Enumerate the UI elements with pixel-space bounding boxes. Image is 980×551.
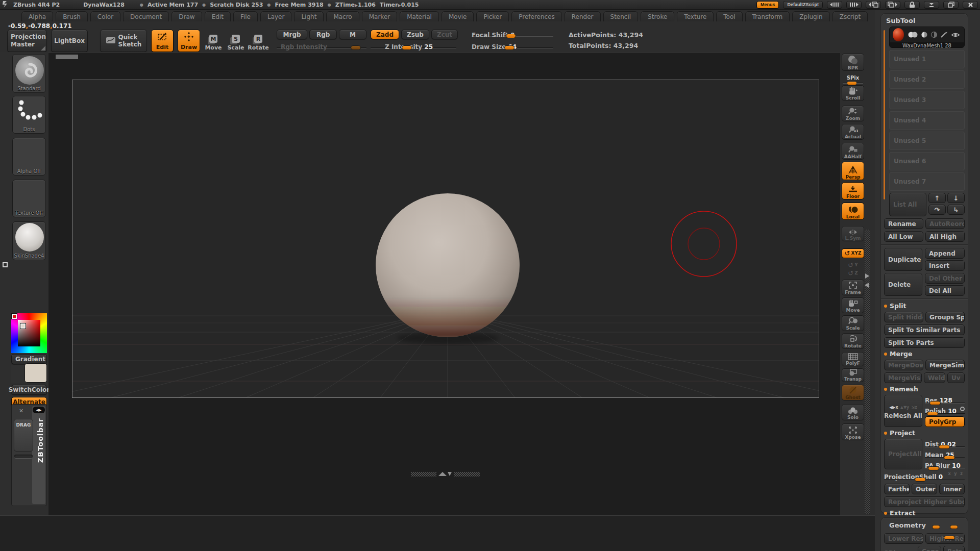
menu-item-macro[interactable]: Macro [326, 11, 359, 21]
res-handle[interactable] [929, 401, 941, 405]
default-zscript-button[interactable]: DefaultZScript [783, 1, 823, 9]
minimize-icon[interactable] [924, 1, 939, 9]
menu-item-file[interactable]: File [233, 11, 258, 21]
res-slider[interactable]: Res 128 [925, 395, 965, 404]
right-shelf-local-button[interactable]: Local [842, 203, 864, 220]
merge-section-header[interactable]: Merge [884, 350, 965, 358]
menu-item-picker[interactable]: Picker [476, 11, 509, 21]
canvas-mini-slider[interactable] [56, 55, 78, 59]
rgb-intensity-slider[interactable]: Rgb Intensity [277, 41, 366, 51]
focal-shift-slider[interactable]: Focal Shift 0 [472, 30, 553, 39]
alpha-selector[interactable]: Alpha Off [12, 138, 46, 176]
current-color-chip[interactable] [3, 262, 8, 267]
right-shelf-ghost-button[interactable]: Ghost [842, 385, 864, 400]
right-shelf-rotate-button[interactable]: Rotate [842, 333, 864, 349]
right-shelf-transp-button[interactable]: Transp [842, 368, 864, 382]
right-shelf-solo-button[interactable]: Solo [842, 404, 864, 420]
menu-item-marker[interactable]: Marker [362, 11, 397, 21]
autoreorder-button[interactable]: AutoReorder [925, 218, 965, 229]
polish-slider[interactable]: Polish 10 [925, 406, 965, 415]
zcut-button[interactable]: Zcut [431, 30, 458, 39]
subtool-empty-slot[interactable]: Unused 1 [889, 50, 965, 68]
edit-button[interactable]: Edit [151, 30, 174, 52]
visibility-eye-icon[interactable] [951, 32, 960, 38]
move-button[interactable]: M Move [204, 30, 223, 52]
sdiv-slider[interactable]: SDiv [884, 547, 916, 551]
dist-handle[interactable] [939, 445, 950, 449]
subtool-empty-slot[interactable]: Unused 3 [889, 91, 965, 109]
menu-item-tool[interactable]: Tool [716, 11, 742, 21]
menu-item-alpha[interactable]: Alpha [21, 11, 53, 21]
z-intensity-slider[interactable]: Z Intensity 25 [371, 41, 456, 51]
subtool-down-button[interactable]: ↓ [947, 193, 965, 203]
zbtoolbar-collapse-icon[interactable]: ◀▶ [33, 407, 45, 413]
thick-handle[interactable] [944, 536, 955, 540]
zsub-button[interactable]: Zsub [401, 30, 429, 39]
spix-slider[interactable] [843, 82, 863, 83]
merge-down-button[interactable]: MergeDown [884, 360, 923, 370]
projection-shell-handle[interactable] [915, 478, 926, 482]
menu-item-material[interactable]: Material [400, 11, 439, 21]
hue-marker[interactable] [12, 314, 17, 319]
lower-res-button[interactable]: Lower Res [884, 533, 923, 544]
scale-button[interactable]: S Scale [227, 30, 245, 52]
subtool-header[interactable]: SubTool [884, 16, 965, 27]
e-smt-handle[interactable] [932, 525, 940, 529]
rotate-button[interactable]: R Rotate [249, 30, 267, 52]
quick-sketch-button[interactable]: QuickSketch [100, 30, 147, 52]
switch-color-button[interactable]: SwitchColor [11, 385, 47, 395]
material-selector[interactable]: SkinShade4 [12, 221, 46, 260]
groups-split-button[interactable]: Groups Split [925, 312, 965, 322]
canvas-viewport[interactable] [48, 52, 840, 515]
pa-blur-slider[interactable]: PA Blur 10 [925, 460, 965, 469]
zbtoolbar-drag-handle[interactable]: DRAG [14, 419, 33, 452]
right-shelf-y-button[interactable]: ↺Y [842, 261, 864, 269]
sv-marker[interactable] [20, 323, 26, 329]
insert-button[interactable]: Insert [925, 260, 965, 271]
subtool-moveup-curve-button[interactable]: ↷ [928, 205, 946, 215]
zbtoolbar-close-icon[interactable]: ✕ [19, 408, 23, 414]
subtool-up-button[interactable]: ↑ [928, 193, 946, 203]
menu-item-light[interactable]: Light [294, 11, 324, 21]
merge-visible-button[interactable]: MergeVisible [884, 372, 922, 383]
divider-open-icon[interactable] [865, 273, 869, 279]
brush-selector[interactable]: Standard [12, 54, 46, 93]
mean-handle[interactable] [944, 456, 955, 460]
shrink-tray-right-icon[interactable] [846, 1, 862, 9]
uv-button[interactable]: Uv [947, 372, 965, 383]
all-low-button[interactable]: All Low [884, 231, 923, 242]
rename-button[interactable]: Rename [884, 218, 923, 229]
color-picker[interactable] [11, 313, 47, 353]
subtool-scroll-stripe[interactable] [884, 30, 885, 199]
rstr-button[interactable]: Rstr [943, 546, 965, 551]
m-button[interactable]: M [339, 30, 366, 39]
right-shelf-floor-button[interactable]: Floor [842, 182, 864, 199]
farthest-button[interactable]: Farthest [884, 484, 910, 494]
right-shelf-persp-button[interactable]: Persp [842, 162, 864, 180]
polish-toggle-icon[interactable] [960, 407, 965, 411]
move-window-left-icon[interactable] [866, 1, 881, 9]
right-shelf-l-sym-button[interactable]: L.Sym [842, 226, 864, 241]
duplicate-button[interactable]: Duplicate [884, 248, 922, 271]
close-icon[interactable] [963, 1, 978, 9]
menu-item-brush[interactable]: Brush [56, 11, 88, 21]
canvas-bottom-divider[interactable] [411, 472, 480, 477]
zadd-button[interactable]: Zadd [371, 30, 399, 39]
focal-shift-handle[interactable] [506, 34, 516, 38]
append-button[interactable]: Append [925, 248, 965, 259]
remesh-section-header[interactable]: Remesh [884, 385, 965, 393]
remesh-all-button[interactable]: ◀▶x ▲▼y ⇲z ReMesh All [884, 395, 922, 427]
del-all-button[interactable]: Del All [925, 285, 965, 296]
del-other-button[interactable]: Del Other [925, 273, 965, 284]
right-shelf-scroll-button[interactable]: Scroll [842, 85, 864, 101]
menu-item-document[interactable]: Document [123, 11, 169, 21]
menu-item-color[interactable]: Color [90, 11, 120, 21]
menu-item-draw[interactable]: Draw [172, 11, 202, 21]
project-all-button[interactable]: ProjectAll [884, 439, 922, 469]
lock-icon[interactable] [904, 1, 920, 9]
tray-divider-strip[interactable] [865, 230, 870, 514]
subtool-movedown-curve-button[interactable]: ↳ [947, 205, 965, 215]
projection-master-button[interactable]: Projection Master [7, 30, 47, 52]
reproject-higher-subdiv-button[interactable]: Reproject Higher Subdiv [884, 496, 965, 507]
subtool-empty-slot[interactable]: Unused 6 [889, 152, 965, 170]
